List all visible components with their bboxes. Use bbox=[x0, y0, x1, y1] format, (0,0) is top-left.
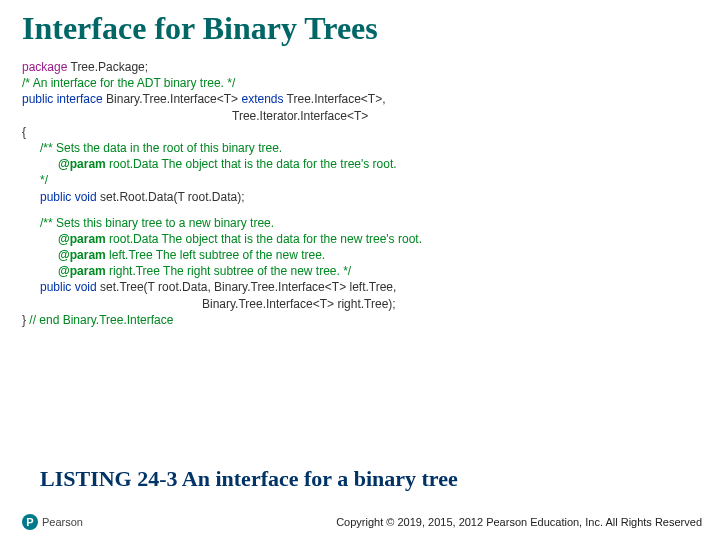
comment-line: /** Sets the data in the root of this bi… bbox=[22, 140, 720, 156]
comment-line: @param root.Data The object that is the … bbox=[22, 156, 720, 172]
slide-title: Interface for Binary Trees bbox=[0, 0, 720, 59]
publisher-logo: P Pearson bbox=[22, 514, 83, 530]
comment-text: root.Data The object that is the data fo… bbox=[106, 157, 397, 171]
code-line: Tree.Iterator.Interface<T> bbox=[22, 108, 720, 124]
code-block: package Tree.Package; /* An interface fo… bbox=[0, 59, 720, 328]
code-line: public void set.Root.Data(T root.Data); bbox=[22, 189, 720, 205]
javadoc-tag: @param bbox=[58, 157, 106, 171]
code-line: Binary.Tree.Interface<T> right.Tree); bbox=[22, 296, 720, 312]
comment-text: right.Tree The right subtree of the new … bbox=[106, 264, 351, 278]
code-text: set.Tree(T root.Data, Binary.Tree.Interf… bbox=[97, 280, 397, 294]
code-text: set.Root.Data(T root.Data); bbox=[97, 190, 245, 204]
comment-line: @param right.Tree The right subtree of t… bbox=[22, 263, 720, 279]
keyword: extends bbox=[241, 92, 283, 106]
comment-text: left.Tree The left subtree of the new tr… bbox=[106, 248, 325, 262]
code-line: package Tree.Package; bbox=[22, 59, 720, 75]
keyword: public void bbox=[40, 190, 97, 204]
listing-caption: LISTING 24-3 An interface for a binary t… bbox=[40, 466, 458, 492]
comment-line: @param root.Data The object that is the … bbox=[22, 231, 720, 247]
code-text: Binary.Tree.Interface<T> bbox=[103, 92, 242, 106]
code-line: public void set.Tree(T root.Data, Binary… bbox=[22, 279, 720, 295]
comment-line: /** Sets this binary tree to a new binar… bbox=[22, 215, 720, 231]
logo-name: Pearson bbox=[42, 516, 83, 528]
brace-open: { bbox=[22, 124, 720, 140]
javadoc-tag: @param bbox=[58, 248, 106, 262]
comment-text: // end Binary.Tree.Interface bbox=[29, 313, 173, 327]
copyright-text: Copyright © 2019, 2015, 2012 Pearson Edu… bbox=[336, 516, 702, 528]
javadoc-tag: @param bbox=[58, 264, 106, 278]
comment-line: /* An interface for the ADT binary tree.… bbox=[22, 75, 720, 91]
keyword-package: package bbox=[22, 60, 67, 74]
comment-line: */ bbox=[22, 172, 720, 188]
keyword: public void bbox=[40, 280, 97, 294]
comment-text: root.Data The object that is the data fo… bbox=[106, 232, 422, 246]
keyword: public interface bbox=[22, 92, 103, 106]
javadoc-tag: @param bbox=[58, 232, 106, 246]
comment-line: @param left.Tree The left subtree of the… bbox=[22, 247, 720, 263]
code-text: Tree.Package; bbox=[67, 60, 148, 74]
code-line: public interface Binary.Tree.Interface<T… bbox=[22, 91, 720, 107]
code-text: Tree.Interface<T>, bbox=[283, 92, 385, 106]
code-line: } // end Binary.Tree.Interface bbox=[22, 312, 720, 328]
logo-icon: P bbox=[22, 514, 38, 530]
